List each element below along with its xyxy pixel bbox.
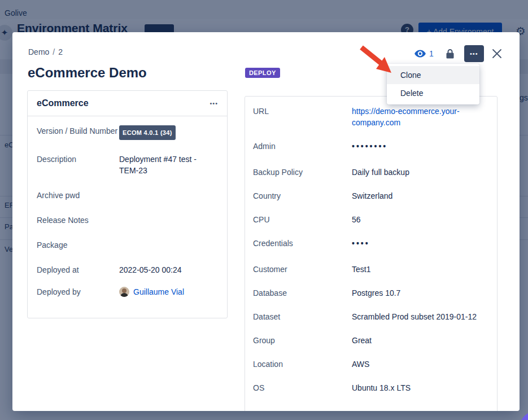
deployment-card-header: eCommerce ••• [28, 91, 227, 116]
deployment-card-body: Version / Build Number ECOM 4.0.1 (34) D… [28, 116, 227, 298]
more-actions-menu: Clone Delete [387, 64, 479, 104]
user-avatar [119, 287, 129, 297]
deployment-card-more-button[interactable]: ••• [210, 100, 218, 107]
field-row-dataset: Dataset Scrambled Prod subset 2019-01-12 [253, 311, 497, 322]
field-value [119, 190, 210, 201]
field-row-location: Location AWS [253, 358, 497, 370]
field-value: Deployment #47 test - TEM-23 [119, 154, 204, 176]
field-label: Group [253, 335, 352, 346]
field-value: Postgres 10.7 [352, 287, 481, 299]
field-label: URL [253, 106, 352, 128]
field-label: OS [253, 382, 352, 393]
field-row-country: Country Switzerland [253, 190, 497, 202]
field-label: Version / Build Number [37, 125, 119, 140]
deployment-card-title: eCommerce [37, 98, 89, 108]
field-label: Customer [253, 264, 352, 275]
deployment-card: eCommerce ••• Version / Build Number ECO… [27, 90, 228, 318]
environment-url-link[interactable]: https://demo-ecommerce.your-company.com [352, 107, 460, 127]
field-row-package: Package [37, 239, 218, 251]
field-value: Switzerland [352, 190, 481, 202]
close-button[interactable] [491, 47, 503, 60]
field-row-customer: Customer Test1 [253, 264, 497, 275]
field-row-archive-pwd: Archive pwd [37, 190, 218, 201]
field-row-database: Database Postgres 10.7 [253, 287, 497, 299]
version-badge: ECOM 4.0.1 (34) [119, 125, 176, 140]
environment-title: eCommerce Demo [28, 65, 147, 81]
field-value: Scrambled Prod subset 2019-01-12 [352, 311, 477, 322]
field-label: Credentials [253, 238, 352, 249]
field-row-backup-policy: Backup Policy Daily full backup [253, 167, 497, 178]
field-row-deployed-at: Deployed at 2022-05-20 00:24 [37, 264, 218, 275]
field-label: Archive pwd [37, 190, 119, 201]
breadcrumb-item[interactable]: 2 [58, 47, 63, 56]
field-label: Dataset [253, 311, 352, 322]
field-label: Deployed by [37, 286, 119, 298]
field-row-version: Version / Build Number ECOM 4.0.1 (34) [37, 125, 218, 140]
field-label: Description [37, 154, 119, 176]
field-value: Daily full backup [352, 167, 481, 178]
field-label: Country [253, 190, 352, 202]
field-label: Deployed at [37, 264, 119, 275]
field-value: AWS [352, 358, 481, 370]
lock-button[interactable] [446, 49, 454, 59]
field-value: Great [352, 335, 481, 346]
close-icon [492, 49, 502, 59]
field-row-release-notes: Release Notes [37, 215, 218, 226]
field-value [119, 215, 210, 226]
lock-icon [446, 49, 454, 59]
field-label: Admin [253, 141, 352, 152]
watchers-count: 1 [429, 49, 434, 58]
breadcrumb-category[interactable]: Demo [28, 47, 49, 56]
field-row-group: Group Great [253, 335, 497, 346]
field-row-deployed-by: Deployed by Guillaume Vial [37, 286, 218, 298]
field-value: Ubuntu 18.x LTS [352, 382, 481, 393]
field-label: CPU [253, 214, 352, 225]
field-row-url: URL https://demo-ecommerce.your-company.… [253, 106, 497, 128]
field-value-masked: •••• [352, 238, 481, 249]
breadcrumb-separator: / [53, 47, 55, 56]
modal-header-actions: 1 ••• [414, 43, 503, 64]
field-value: 2022-05-20 00:24 [119, 264, 210, 275]
field-label: Package [37, 239, 119, 251]
field-label: Database [253, 287, 352, 299]
field-value [119, 239, 210, 251]
field-value-masked: •••••••• [352, 141, 481, 152]
menu-item-clone[interactable]: Clone [387, 66, 479, 84]
field-row-description: Description Deployment #47 test - TEM-23 [37, 154, 218, 176]
field-row-os: OS Ubuntu 18.x LTS [253, 382, 497, 393]
field-label: Backup Policy [253, 167, 352, 178]
field-row-cpu: CPU 56 [253, 214, 497, 225]
field-row-admin: Admin •••••••• [253, 141, 497, 152]
breadcrumb: Demo/2 [28, 47, 63, 56]
eye-icon [414, 50, 426, 58]
watchers-button[interactable]: 1 [414, 49, 434, 58]
status-badge: DEPLOY [245, 68, 280, 78]
field-label: Release Notes [37, 215, 119, 226]
menu-item-delete[interactable]: Delete [387, 84, 479, 102]
field-value: 56 [352, 214, 481, 225]
field-label: Location [253, 358, 352, 370]
field-value: Test1 [352, 264, 481, 275]
field-row-credentials: Credentials •••• [253, 238, 497, 249]
attributes-card: URL https://demo-ecommerce.your-company.… [245, 96, 498, 411]
more-actions-button[interactable]: ••• [464, 45, 484, 62]
deployed-by-user-link[interactable]: Guillaume Vial [133, 286, 184, 298]
